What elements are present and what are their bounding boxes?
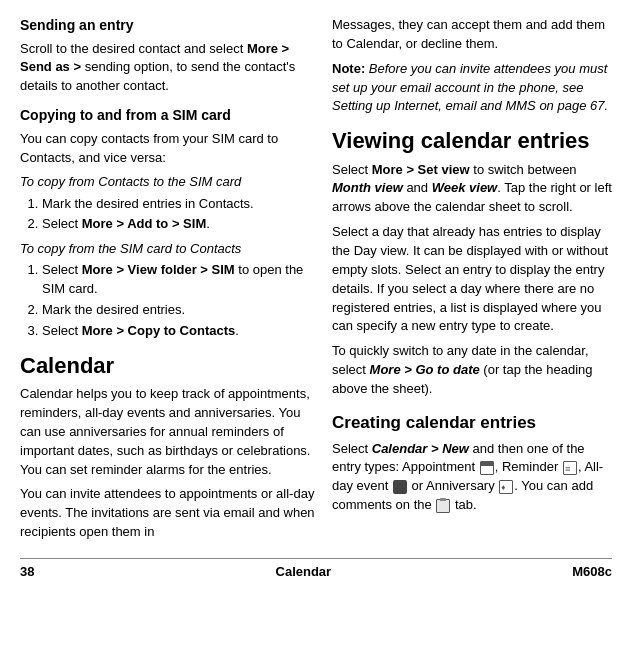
appointment-icon bbox=[480, 461, 494, 475]
from-contacts-steps: Mark the desired entries in Contacts. Se… bbox=[42, 195, 320, 235]
viewing-body3: To quickly switch to any date in the cal… bbox=[332, 342, 612, 399]
calendar-heading: Calendar bbox=[20, 353, 320, 379]
viewing-entries-heading: Viewing calendar entries bbox=[332, 128, 612, 154]
copying-sim-body1: You can copy contacts from your SIM card… bbox=[20, 130, 320, 168]
from-contacts-heading: To copy from Contacts to the SIM card bbox=[20, 173, 320, 191]
footer-model: M608c bbox=[572, 563, 612, 581]
list-item: Select More > View folder > SIM to open … bbox=[42, 261, 320, 299]
messages-body: Messages, they can accept them and add t… bbox=[332, 16, 612, 54]
page-container: Sending an entry Scroll to the desired c… bbox=[0, 0, 632, 655]
creating-entries-heading: Creating calendar entries bbox=[332, 411, 612, 435]
list-item: Mark the desired entries in Contacts. bbox=[42, 195, 320, 214]
sending-entry-body: Scroll to the desired contact and select… bbox=[20, 40, 320, 97]
note-text: Note: Before you can invite attendees yo… bbox=[332, 60, 612, 117]
list-item: Select More > Copy to Contacts. bbox=[42, 322, 320, 341]
right-column: Messages, they can accept them and add t… bbox=[332, 16, 612, 548]
tab-icon bbox=[436, 499, 450, 513]
footer: 38 Calendar M608c bbox=[20, 558, 612, 585]
footer-section-name: Calendar bbox=[276, 563, 332, 581]
viewing-body2: Select a day that already has entries to… bbox=[332, 223, 612, 336]
from-sim-heading: To copy from the SIM card to Contacts bbox=[20, 240, 320, 258]
reminder-icon bbox=[563, 461, 577, 475]
creating-body1: Select Calendar > New and then one of th… bbox=[332, 440, 612, 515]
calendar-body2: You can invite attendees to appointments… bbox=[20, 485, 320, 542]
from-sim-steps: Select More > View folder > SIM to open … bbox=[42, 261, 320, 340]
allday-icon bbox=[393, 480, 407, 494]
list-item: Mark the desired entries. bbox=[42, 301, 320, 320]
footer-page-number: 38 bbox=[20, 563, 34, 581]
list-item: Select More > Add to > SIM. bbox=[42, 215, 320, 234]
copying-sim-heading: Copying to and from a SIM card bbox=[20, 106, 320, 126]
viewing-body1: Select More > Set view to switch between… bbox=[332, 161, 612, 218]
anniversary-icon bbox=[499, 480, 513, 494]
sending-entry-heading: Sending an entry bbox=[20, 16, 320, 36]
two-column-layout: Sending an entry Scroll to the desired c… bbox=[20, 16, 612, 548]
calendar-body1: Calendar helps you to keep track of appo… bbox=[20, 385, 320, 479]
left-column: Sending an entry Scroll to the desired c… bbox=[20, 16, 320, 548]
